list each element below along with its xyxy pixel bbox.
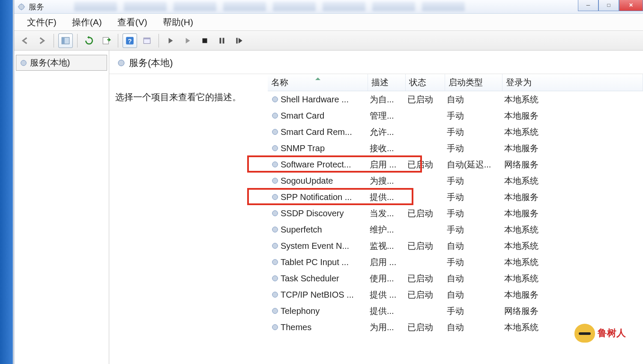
watermark-face-icon — [574, 324, 595, 343]
service-row[interactable]: Telephony提供...手动网络服务 — [268, 303, 643, 319]
service-name-cell: Software Protect... — [268, 160, 368, 170]
main-header-title: 服务(本地) — [129, 57, 173, 69]
service-name-cell: TCP/IP NetBIOS ... — [268, 290, 368, 300]
service-login: 本地系统 — [502, 224, 643, 236]
minimize-button[interactable]: ─ — [578, 0, 598, 11]
service-startup: 自动 — [445, 240, 502, 252]
sidebar-item-services-local[interactable]: 服务(本地) — [16, 55, 107, 71]
start-service-button-2[interactable] — [180, 33, 195, 48]
service-row[interactable]: SogouUpdate为搜...手动本地系统 — [268, 173, 643, 189]
service-name: Task Scheduler — [281, 274, 339, 283]
service-row[interactable]: Software Protect...启用 ...已启动自动(延迟...网络服务 — [268, 156, 643, 173]
service-desc: 允许... — [368, 126, 406, 138]
main-header: 服务(本地) — [109, 51, 643, 74]
service-name: TCP/IP NetBIOS ... — [281, 290, 354, 300]
service-login: 本地系统 — [502, 126, 643, 138]
service-name-cell: Themes — [268, 322, 368, 332]
column-status[interactable]: 状态 — [406, 74, 445, 91]
service-login: 本地系统 — [502, 94, 643, 105]
service-row[interactable]: Smart Card管理...手动本地服务 — [268, 107, 643, 124]
nav-forward-button[interactable] — [35, 33, 49, 48]
gear-icon — [271, 112, 279, 119]
service-startup: 自动(延迟... — [445, 159, 502, 170]
service-row[interactable]: Smart Card Rem...允许...手动本地系统 — [268, 124, 643, 140]
service-status: 已启动 — [406, 322, 445, 333]
service-startup: 手动 — [445, 224, 502, 236]
svg-point-15 — [272, 113, 278, 119]
service-row[interactable]: SSDP Discovery当发...已启动手动本地服务 — [268, 205, 643, 221]
content-area: 服务(本地) 服务(本地) 选择一个项目来查看它的描述。 名称 描述 状态 启动… — [14, 51, 643, 364]
service-row[interactable]: SNMP Trap接收...手动本地服务 — [268, 140, 643, 156]
svg-point-25 — [272, 276, 278, 281]
start-service-button[interactable] — [163, 33, 178, 48]
service-name-cell: SogouUpdate — [268, 176, 368, 186]
svg-rect-9 — [220, 38, 221, 43]
column-name[interactable]: 名称 — [268, 74, 368, 91]
help-button[interactable]: ? — [123, 33, 137, 48]
gear-icon — [271, 323, 279, 331]
column-login[interactable]: 登录为 — [502, 74, 643, 91]
service-row[interactable]: Tablet PC Input ...启用 ...手动本地系统 — [268, 254, 643, 270]
gear-icon — [271, 258, 279, 266]
restart-service-button[interactable] — [232, 33, 246, 48]
window-controls: ─ □ ✕ — [578, 0, 643, 11]
service-login: 本地服务 — [502, 191, 643, 203]
service-startup: 手动 — [445, 191, 502, 203]
service-desc: 提供... — [368, 305, 406, 317]
svg-point-28 — [272, 325, 278, 330]
gear-icon — [20, 59, 27, 67]
service-list-pane: 名称 描述 状态 启动类型 登录为 Shell Hardware ...为自..… — [268, 74, 643, 364]
service-status: 已启动 — [406, 208, 445, 219]
service-name-cell: Smart Card — [268, 111, 368, 121]
service-name: Smart Card Rem... — [281, 127, 352, 137]
service-name-cell: Telephony — [268, 306, 368, 316]
service-name: SNMP Trap — [281, 143, 325, 153]
svg-rect-7 — [144, 38, 150, 39]
column-desc[interactable]: 描述 — [368, 74, 406, 91]
svg-point-19 — [272, 178, 278, 184]
service-name: SPP Notification ... — [281, 192, 352, 202]
desktop-edge — [0, 0, 13, 364]
service-row[interactable]: Task Scheduler使用...已启动自动本地系统 — [268, 270, 643, 286]
export-button[interactable] — [99, 33, 114, 48]
close-button[interactable]: ✕ — [619, 0, 643, 11]
gear-icon — [18, 3, 25, 11]
service-name-cell: Task Scheduler — [268, 274, 368, 283]
service-desc: 为自... — [368, 94, 406, 105]
pause-service-button[interactable] — [215, 33, 229, 48]
svg-point-27 — [272, 308, 278, 314]
service-name: Tablet PC Input ... — [281, 257, 349, 267]
service-name: Shell Hardware ... — [281, 95, 349, 104]
stop-service-button[interactable] — [197, 33, 212, 48]
service-row[interactable]: Shell Hardware ...为自...已启动自动本地系统 — [268, 91, 643, 107]
menu-file[interactable]: 文件(F) — [27, 16, 57, 28]
column-startup[interactable]: 启动类型 — [445, 74, 502, 91]
maximize-button[interactable]: □ — [598, 0, 619, 11]
show-hide-tree-button[interactable] — [58, 33, 73, 48]
service-desc: 启用 ... — [368, 257, 406, 268]
menu-help[interactable]: 帮助(H) — [163, 16, 193, 28]
refresh-button[interactable] — [82, 33, 96, 48]
service-name-cell: Tablet PC Input ... — [268, 257, 368, 267]
service-name-cell: Smart Card Rem... — [268, 127, 368, 137]
service-desc: 提供... — [368, 191, 406, 203]
properties-button[interactable] — [140, 33, 154, 48]
menu-action[interactable]: 操作(A) — [72, 16, 102, 28]
service-row[interactable]: TCP/IP NetBIOS ...提供 ...已启动自动本地服务 — [268, 286, 643, 303]
service-login: 网络服务 — [502, 159, 643, 170]
service-startup: 手动 — [445, 175, 502, 187]
background-blur — [74, 2, 566, 12]
service-login: 本地服务 — [502, 143, 643, 154]
svg-rect-11 — [236, 38, 237, 43]
service-startup: 自动 — [445, 273, 502, 284]
svg-point-13 — [118, 60, 124, 66]
service-row[interactable]: System Event N...监视...已启动自动本地系统 — [268, 238, 643, 254]
nav-back-button[interactable] — [18, 33, 32, 48]
gear-icon — [271, 226, 279, 233]
menu-view[interactable]: 查看(V) — [117, 16, 147, 28]
service-row[interactable]: Superfetch维护...手动本地系统 — [268, 221, 643, 238]
service-row[interactable]: SPP Notification ...提供...手动本地服务 — [268, 189, 643, 205]
svg-point-14 — [272, 97, 278, 102]
service-login: 本地系统 — [502, 257, 643, 268]
svg-rect-2 — [62, 37, 65, 44]
